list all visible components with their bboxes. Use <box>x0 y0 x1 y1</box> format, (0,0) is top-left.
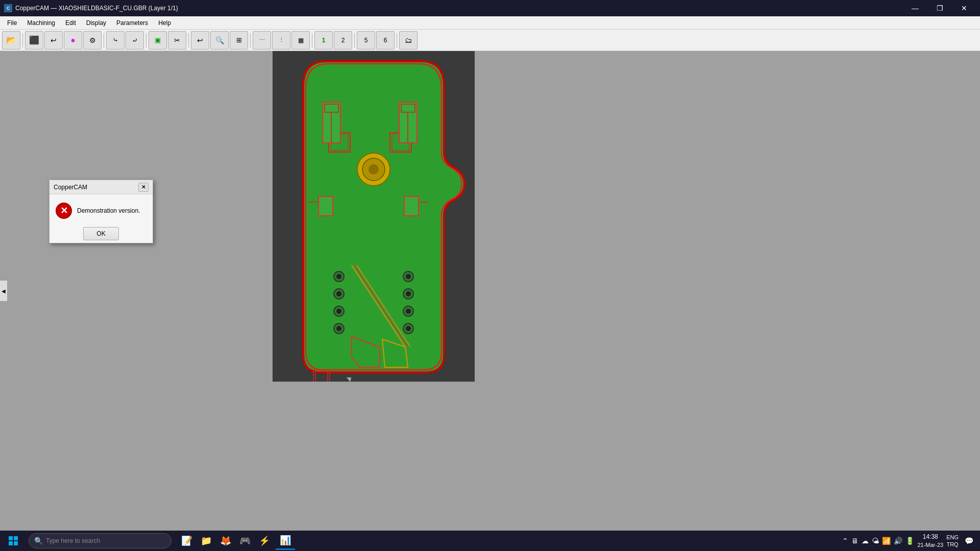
tb-num2[interactable]: 2 <box>334 31 352 49</box>
tb-sep7 <box>354 33 355 47</box>
svg-rect-13 <box>318 196 333 216</box>
notification-icon[interactable]: 💬 <box>962 534 976 548</box>
tb-sep6 <box>312 33 312 47</box>
title-bar-left: C CopperCAM — XIAOSHIELDBASIC-F_CU.GBR (… <box>4 4 178 12</box>
title-bar: C CopperCAM — XIAOSHIELDBASIC-F_CU.GBR (… <box>0 0 980 16</box>
clock-date: 21-Mar-23 <box>917 541 943 548</box>
tb-cut[interactable]: ✂ <box>168 31 186 49</box>
menu-help[interactable]: Help <box>153 16 176 29</box>
svg-point-26 <box>406 274 411 279</box>
tb-route1[interactable]: ⤷ <box>106 31 125 49</box>
taskbar-notes-icon[interactable]: 📝 <box>178 532 196 550</box>
search-placeholder: Type here to search <box>46 537 100 544</box>
search-icon: 🔍 <box>34 537 43 545</box>
dialog-footer: OK <box>50 223 153 244</box>
tb-path1[interactable]: ⋯ <box>253 31 271 49</box>
tb-sep1 <box>22 33 23 47</box>
minimize-button[interactable]: — <box>903 0 927 16</box>
dialog-titlebar: CopperCAM ✕ <box>50 180 153 194</box>
tb-select[interactable]: ⬛ <box>25 31 43 49</box>
tb-num1[interactable]: 1 <box>314 31 333 49</box>
start-button[interactable] <box>0 531 27 551</box>
windows-icon <box>9 536 18 545</box>
dialog-box: CopperCAM ✕ ✕ Demonstration version. OK <box>49 180 153 243</box>
main-area: ◀ <box>0 51 980 531</box>
tb-sep3 <box>146 33 146 47</box>
taskbar-firefox-icon[interactable]: 🦊 <box>216 532 235 550</box>
menu-parameters[interactable]: Parameters <box>111 16 153 29</box>
dialog-content: ✕ Demonstration version. <box>50 194 153 223</box>
svg-point-28 <box>406 291 411 296</box>
clock-time: 14:38 <box>917 533 943 541</box>
taskbar-app1-icon[interactable]: 🎮 <box>236 532 254 550</box>
tb-point[interactable]: ● <box>64 31 82 49</box>
tb-num6[interactable]: 6 <box>376 31 395 49</box>
dialog-message: Demonstration version. <box>77 207 140 214</box>
dialog-title: CopperCAM <box>54 184 87 191</box>
tb-sep2 <box>104 33 104 47</box>
tray-cloud-icon[interactable]: ☁ <box>862 537 869 545</box>
menu-bar: File Machining Edit Display Parameters H… <box>0 16 980 30</box>
svg-point-24 <box>336 326 341 331</box>
tb-grid[interactable]: ⊞ <box>230 31 248 49</box>
menu-display[interactable]: Display <box>81 16 111 29</box>
tb-layer[interactable]: ▦ <box>291 31 310 49</box>
error-icon: ✕ <box>56 203 72 219</box>
taskbar-app-icons: 📝 📁 🦊 🎮 ⚡ 📊 <box>178 532 296 550</box>
tb-open[interactable]: 📂 <box>2 31 20 49</box>
window-title: CopperCAM — XIAOSHIELDBASIC-F_CU.GBR (La… <box>15 5 178 12</box>
svg-point-9 <box>369 164 379 174</box>
tb-sep5 <box>250 33 251 47</box>
svg-point-20 <box>336 291 341 296</box>
search-bar[interactable]: 🔍 Type here to search <box>29 533 172 548</box>
language-eng: ENG <box>946 534 959 541</box>
menu-file[interactable]: File <box>2 16 22 29</box>
app-icon: C <box>4 4 12 12</box>
dialog-close-button[interactable]: ✕ <box>138 183 149 192</box>
maximize-button[interactable]: ❐ <box>928 0 951 16</box>
menu-machining[interactable]: Machining <box>22 16 60 29</box>
taskbar-explorer-icon[interactable]: 📁 <box>197 532 215 550</box>
system-clock[interactable]: 14:38 21-Mar-23 <box>917 533 943 548</box>
tray-wifi-icon[interactable]: 📶 <box>882 537 891 545</box>
svg-point-32 <box>406 326 411 331</box>
tb-undo[interactable]: ↩ <box>191 31 209 49</box>
svg-rect-40 <box>9 541 13 545</box>
tb-num5[interactable]: 5 <box>357 31 375 49</box>
pcb-canvas <box>273 51 475 382</box>
tb-sep8 <box>397 33 397 47</box>
taskbar-kicad-icon[interactable]: ⚡ <box>255 532 274 550</box>
svg-rect-38 <box>9 536 13 540</box>
title-bar-controls: — ❐ ✕ <box>903 0 976 16</box>
tb-gear[interactable]: ⚙ <box>83 31 102 49</box>
tb-zoom[interactable]: 🔍 <box>210 31 229 49</box>
toolbar: 📂 ⬛ ↩ ● ⚙ ⤷ ⤾ ▣ ✂ ↩ 🔍 ⊞ ⋯ ⋮ ▦ 1 2 5 6 🗂 <box>0 30 980 51</box>
language-indicator[interactable]: ENG TRQ <box>946 534 959 548</box>
tray-chevron[interactable]: ⌃ <box>842 537 848 545</box>
language-trq: TRQ <box>946 541 959 548</box>
tb-path2[interactable]: ⋮ <box>272 31 290 49</box>
tb-back[interactable]: ↩ <box>44 31 63 49</box>
tray-battery-icon[interactable]: 🔋 <box>905 537 914 545</box>
left-panel-toggle[interactable]: ◀ <box>0 281 7 301</box>
dialog-ok-button[interactable]: OK <box>83 227 119 240</box>
svg-point-18 <box>336 274 341 279</box>
pcb-board-svg <box>273 51 475 382</box>
svg-rect-14 <box>404 196 419 216</box>
tray-cloud2-icon[interactable]: 🌤 <box>872 537 879 545</box>
svg-rect-41 <box>14 541 18 545</box>
taskbar: 🔍 Type here to search 📝 📁 🦊 🎮 ⚡ 📊 ⌃ 🖥 ☁ … <box>0 531 980 551</box>
tb-files[interactable]: 🗂 <box>399 31 418 49</box>
svg-point-22 <box>336 309 341 314</box>
tray-volume-icon[interactable]: 🔊 <box>894 537 902 545</box>
menu-edit[interactable]: Edit <box>60 16 81 29</box>
tb-box[interactable]: ▣ <box>149 31 167 49</box>
tb-sep4 <box>188 33 189 47</box>
tb-route2[interactable]: ⤾ <box>126 31 144 49</box>
svg-point-30 <box>406 309 411 314</box>
tray-display-icon[interactable]: 🖥 <box>851 537 859 545</box>
close-button[interactable]: ✕ <box>952 0 976 16</box>
svg-rect-39 <box>14 536 18 540</box>
system-tray: ⌃ 🖥 ☁ 🌤 📶 🔊 🔋 14:38 21-Mar-23 ENG TRQ 💬 <box>838 533 980 548</box>
taskbar-coppercam-button[interactable]: 📊 <box>276 532 295 550</box>
